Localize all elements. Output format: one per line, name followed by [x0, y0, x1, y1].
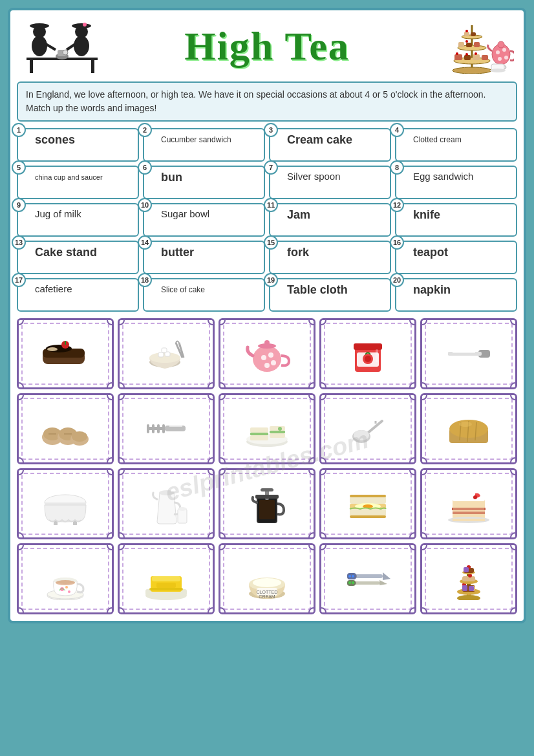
- header: High Tea: [17, 17, 517, 75]
- word-number-13: 13: [12, 235, 26, 250]
- svg-rect-82: [152, 424, 155, 433]
- description-box: In England, we love afternoon, or high t…: [17, 81, 517, 122]
- knife-svg: [443, 333, 495, 375]
- word-label-18: Slice of cake: [161, 285, 205, 294]
- svg-point-162: [348, 575, 351, 578]
- image-card-tablecloth: [17, 468, 114, 539]
- image-card-jam: [319, 318, 416, 389]
- svg-point-165: [352, 581, 354, 584]
- svg-point-150: [253, 578, 281, 587]
- svg-rect-94: [270, 433, 285, 438]
- svg-rect-89: [250, 427, 268, 433]
- svg-point-60: [264, 363, 270, 368]
- svg-rect-81: [147, 424, 149, 433]
- svg-rect-116: [261, 488, 273, 491]
- teapot-svg: [241, 333, 293, 375]
- svg-point-30: [465, 53, 468, 56]
- svg-point-139: [65, 586, 68, 589]
- sugar-bowl-svg: [140, 333, 192, 375]
- word-card-15: 15 fork: [269, 241, 391, 274]
- image-card-cafetiere: [219, 468, 315, 539]
- word-card-6: 6 bun: [143, 166, 265, 199]
- svg-rect-107: [45, 502, 86, 505]
- word-number-4: 4: [390, 123, 404, 137]
- word-card-10: 10 Sugar bowl: [143, 203, 265, 237]
- image-card-teapot: [219, 318, 315, 389]
- word-card-8: 8 Egg sandwich: [395, 166, 517, 199]
- svg-point-58: [261, 355, 266, 360]
- word-card-4: 4 Clotted cream: [395, 128, 517, 162]
- word-number-1: 1: [12, 123, 26, 137]
- word-number-17: 17: [12, 273, 26, 287]
- svg-point-39: [504, 56, 508, 59]
- word-number-7: 7: [264, 160, 278, 175]
- svg-point-38: [498, 57, 502, 61]
- cake-knife-set-svg: [342, 558, 394, 600]
- image-card-ladle: [319, 393, 416, 464]
- word-label-15: fork: [287, 246, 309, 259]
- svg-rect-22: [473, 54, 480, 60]
- word-card-5: 5 china cup and saucer: [17, 166, 139, 199]
- svg-point-13: [83, 23, 87, 27]
- eclair-svg: [39, 333, 91, 375]
- svg-point-130: [473, 495, 477, 499]
- svg-point-14: [63, 50, 68, 55]
- ladle-svg: [342, 408, 394, 450]
- word-label-7: Silver spoon: [287, 171, 341, 182]
- svg-text:CLOTTED: CLOTTED: [257, 590, 278, 594]
- svg-point-35: [498, 41, 504, 48]
- svg-rect-111: [178, 509, 187, 523]
- svg-point-31: [475, 52, 477, 55]
- image-card-knife: [420, 318, 517, 389]
- word-label-2: Cucumber sandwich: [161, 135, 231, 144]
- word-card-1: 1 scones: [17, 128, 139, 162]
- image-card-scones: [17, 393, 114, 464]
- svg-point-95: [278, 427, 282, 431]
- tablecloth-svg: [39, 483, 91, 525]
- svg-point-164: [348, 581, 351, 584]
- svg-point-37: [502, 48, 506, 52]
- word-label-17: cafetiere: [35, 283, 72, 294]
- word-card-14: 14 butter: [143, 241, 265, 274]
- image-card-sugar-bowl: [118, 318, 215, 389]
- svg-rect-127: [453, 508, 485, 510]
- word-number-12: 12: [390, 198, 404, 212]
- word-number-9: 9: [12, 198, 26, 212]
- svg-point-110: [159, 490, 175, 495]
- svg-rect-125: [350, 515, 386, 518]
- tea-stand-illustration: [430, 19, 514, 74]
- svg-point-29: [456, 52, 458, 55]
- main-container: High Tea: [8, 8, 526, 623]
- word-number-2: 2: [138, 123, 152, 137]
- cake-slice-svg: [443, 483, 495, 525]
- svg-rect-146: [156, 583, 176, 588]
- image-card-eclair: [17, 318, 114, 389]
- scones-svg: [39, 408, 91, 450]
- svg-rect-92: [270, 426, 285, 431]
- word-card-19: 19 Table cloth: [269, 278, 391, 312]
- cafetiere-svg: [241, 483, 293, 525]
- svg-rect-161: [347, 580, 356, 586]
- svg-rect-129: [453, 497, 485, 501]
- svg-rect-21: [464, 55, 471, 60]
- word-card-2: 2 Cucumber sandwich: [143, 128, 265, 162]
- word-card-20: 20 napkin: [395, 278, 517, 312]
- svg-rect-83: [157, 424, 160, 433]
- svg-point-77: [72, 431, 87, 442]
- svg-rect-147: [149, 588, 183, 590]
- svg-point-59: [268, 352, 273, 358]
- word-label-4: Clotted cream: [413, 135, 462, 144]
- word-label-19: Table cloth: [287, 283, 348, 296]
- description-text: In England, we love afternoon, or high t…: [26, 89, 486, 113]
- word-card-12: 12 knife: [395, 203, 517, 237]
- svg-point-167: [457, 595, 480, 600]
- word-number-5: 5: [12, 160, 26, 175]
- word-number-20: 20: [390, 273, 404, 287]
- svg-rect-178: [462, 585, 467, 591]
- svg-rect-93: [270, 431, 285, 433]
- word-number-18: 18: [138, 273, 152, 287]
- butter-svg: [140, 558, 192, 600]
- svg-point-11: [30, 23, 49, 28]
- svg-point-141: [56, 580, 75, 585]
- word-label-9: Jug of milk: [35, 208, 81, 219]
